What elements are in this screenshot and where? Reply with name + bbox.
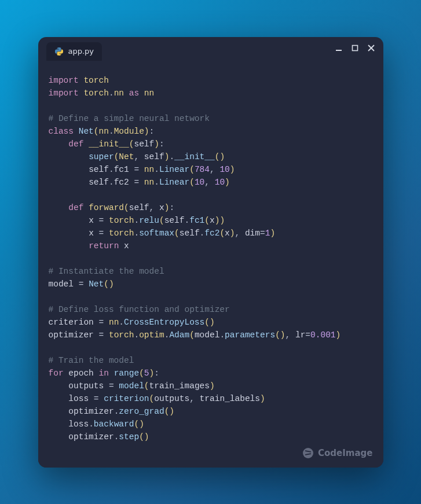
code-token: nn xyxy=(99,127,109,136)
file-tab[interactable]: app.py xyxy=(46,42,102,61)
code-token: 10 xyxy=(195,178,204,187)
editor-window: app.py import torch import torch.nn as n… xyxy=(38,37,383,468)
code-token: zero_grad xyxy=(119,407,164,416)
code-token: fc1 xyxy=(189,216,204,225)
code-token: x xyxy=(89,216,94,225)
code-token: self xyxy=(134,139,154,149)
code-token: return xyxy=(89,241,119,251)
code-token: model xyxy=(195,330,220,340)
titlebar: app.py xyxy=(38,37,383,61)
codeimage-icon xyxy=(303,448,313,458)
code-token: model xyxy=(49,279,74,289)
code-token: self xyxy=(89,165,109,174)
code-token: . xyxy=(109,89,114,98)
code-token: import xyxy=(49,89,79,98)
code-token: 784 xyxy=(195,165,210,174)
code-editor[interactable]: import torch import torch.nn as nn # Def… xyxy=(38,61,383,468)
code-token: x xyxy=(89,229,94,238)
code-token: Net xyxy=(79,127,94,136)
svg-rect-1 xyxy=(352,45,357,50)
code-token: loss xyxy=(68,420,89,429)
code-token: model xyxy=(119,381,144,391)
code-token: as xyxy=(129,89,139,98)
code-token: backward xyxy=(94,420,134,429)
code-token: self xyxy=(129,203,149,212)
python-icon xyxy=(54,47,64,56)
window-controls xyxy=(335,44,375,52)
code-token: epoch xyxy=(68,369,94,378)
code-token: train_images xyxy=(149,381,210,391)
code-token: fc2 xyxy=(204,229,219,238)
code-comment: # Define a simple neural network xyxy=(49,114,210,123)
code-token: train_labels xyxy=(200,394,260,403)
code-token: self xyxy=(164,216,185,225)
minimize-button[interactable] xyxy=(335,44,343,52)
svg-rect-0 xyxy=(336,50,342,51)
code-token: lr xyxy=(295,330,305,340)
code-token: torch xyxy=(83,76,109,85)
code-token: criterion xyxy=(104,394,149,403)
code-token: nn xyxy=(114,89,124,98)
code-token: fc1 xyxy=(114,165,129,174)
code-token: Net xyxy=(119,152,134,161)
maximize-button[interactable] xyxy=(351,44,359,52)
code-token: import xyxy=(49,76,79,85)
code-token: relu xyxy=(139,216,159,225)
code-token: 10 xyxy=(215,178,225,187)
code-token: CrossEntropyLoss xyxy=(124,318,204,327)
code-token: 5 xyxy=(144,369,149,378)
code-token: loss xyxy=(68,394,89,403)
code-token: self xyxy=(180,229,200,238)
code-token: class xyxy=(49,127,74,136)
code-token: torch xyxy=(109,216,134,225)
code-token: x xyxy=(210,216,215,225)
code-token: for xyxy=(49,369,64,378)
code-token: outputs xyxy=(68,381,104,391)
code-token: nn xyxy=(144,89,154,98)
code-token: Net xyxy=(89,279,104,289)
code-token: dim xyxy=(245,229,260,238)
code-token: x xyxy=(159,203,164,212)
code-comment: # Define loss function and optimizer xyxy=(49,305,230,314)
code-token: torch xyxy=(109,330,134,340)
code-token: Module xyxy=(114,127,144,136)
tab-filename: app.py xyxy=(68,47,94,56)
code-token: nn xyxy=(109,318,119,327)
code-token: super xyxy=(89,152,114,161)
code-token: Adam xyxy=(169,330,189,340)
code-token: x xyxy=(225,229,230,238)
code-token: self xyxy=(89,178,109,187)
code-comment: # Instantiate the model xyxy=(49,267,164,276)
code-token: 10 xyxy=(219,165,229,174)
code-token: Linear xyxy=(159,165,189,174)
code-token: __init__ xyxy=(89,139,129,149)
code-token: parameters xyxy=(225,330,275,340)
code-token: range xyxy=(114,369,140,378)
code-token: torch xyxy=(83,89,109,98)
code-token: optimizer xyxy=(68,432,114,442)
code-token: nn xyxy=(144,165,154,174)
code-token: torch xyxy=(109,229,134,238)
code-token: def xyxy=(68,139,83,149)
code-token: __init__ xyxy=(174,152,215,161)
code-token: self xyxy=(144,152,164,161)
code-token: forward xyxy=(89,203,124,212)
code-token: optim xyxy=(139,330,164,340)
watermark: CodeImage xyxy=(303,447,372,459)
code-token: optimizer xyxy=(68,407,114,416)
code-token: 0.001 xyxy=(310,330,336,340)
code-token: criterion xyxy=(49,318,94,327)
close-button[interactable] xyxy=(367,44,375,52)
code-token: def xyxy=(68,203,83,212)
code-token: nn xyxy=(144,178,154,187)
code-comment: # Train the model xyxy=(49,356,134,365)
code-token: step xyxy=(119,432,139,442)
code-token: x xyxy=(124,241,129,251)
watermark-label: CodeImage xyxy=(318,447,372,459)
code-token: fc2 xyxy=(114,178,129,187)
code-token: softmax xyxy=(139,229,174,238)
code-token: outputs xyxy=(154,394,189,403)
code-token: in xyxy=(99,369,109,378)
code-token: Linear xyxy=(159,178,189,187)
code-token: optimizer xyxy=(49,330,94,340)
